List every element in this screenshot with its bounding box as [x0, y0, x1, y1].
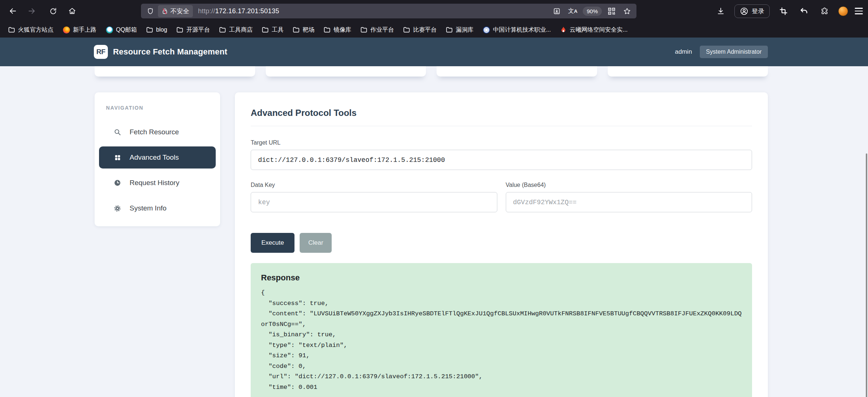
back-icon[interactable]: [6, 4, 20, 18]
account-icon: [740, 7, 748, 15]
execute-button[interactable]: Execute: [251, 233, 294, 253]
response-heading: Response: [261, 273, 742, 283]
search-icon: [114, 128, 121, 136]
bookmark-item[interactable]: 云曦网络空间安全实...: [556, 24, 631, 36]
bookmark-item[interactable]: blog: [142, 25, 171, 35]
forward-icon[interactable]: [25, 4, 39, 18]
stats-cards-row: [0, 66, 868, 77]
partial-card: [608, 66, 768, 77]
url-text[interactable]: http://172.16.17.201:50135: [198, 7, 279, 15]
folder-icon: [293, 27, 300, 33]
app-logo: RF: [94, 45, 108, 59]
data-key-input[interactable]: [251, 192, 497, 212]
username-label: admin: [675, 48, 692, 56]
folder-icon: [324, 27, 331, 33]
bookmark-star-icon[interactable]: [621, 5, 633, 17]
shield-icon[interactable]: [145, 6, 156, 17]
value-base64-label: Value (Base64): [506, 182, 752, 188]
navigation-heading: NAVIGATION: [106, 105, 216, 111]
bookmark-item[interactable]: 工具: [258, 24, 287, 36]
value-base64-input[interactable]: [506, 192, 752, 212]
divider: [251, 126, 752, 126]
refresh-icon[interactable]: [46, 4, 60, 18]
browser-toolbar: 不安全 http://172.16.17.201:50135 文A 90% 登录: [0, 0, 868, 22]
flame-icon: [560, 26, 567, 33]
bookmark-item[interactable]: 作业平台: [357, 24, 398, 36]
bookmark-item[interactable]: QQ邮箱: [102, 24, 141, 36]
bookmark-item[interactable]: 漏洞库: [442, 24, 477, 36]
bookmark-item[interactable]: 靶场: [289, 24, 318, 36]
navigation-sidebar: NAVIGATION Fetch Resource Advanced Tools…: [95, 92, 220, 226]
page-title: Advanced Protocol Tools: [251, 108, 752, 118]
bookmarks-bar: 火狐官方站点 新手上路 QQ邮箱 blog 开源平台 工具商店 工具 靶场 镜像…: [0, 22, 868, 38]
folder-icon: [219, 27, 226, 33]
insecure-lock-icon: [162, 8, 168, 15]
sidebar-item-request-history[interactable]: Request History: [99, 172, 216, 194]
sidebar-item-label: System Info: [130, 204, 166, 212]
bookmark-item[interactable]: 新手上路: [59, 24, 100, 36]
folder-icon: [361, 27, 367, 33]
qr-code-icon[interactable]: [606, 5, 617, 17]
target-url-label: Target URL: [251, 139, 752, 146]
firefox-icon: [63, 26, 70, 33]
browser-profile-avatar[interactable]: [838, 6, 848, 16]
bookmark-item[interactable]: 比赛平台: [399, 24, 441, 36]
bookmark-item[interactable]: 开源平台: [173, 24, 214, 36]
role-badge[interactable]: System Administrator: [700, 46, 768, 58]
save-page-icon[interactable]: [551, 5, 563, 17]
qq-mail-icon: [106, 26, 113, 33]
folder-icon: [177, 27, 183, 33]
org-logo-icon: [483, 26, 490, 33]
undo-history-icon[interactable]: [797, 4, 811, 18]
scrollbar-thumb[interactable]: [866, 153, 867, 397]
downloads-icon[interactable]: [714, 4, 728, 18]
address-bar[interactable]: 不安全 http://172.16.17.201:50135 文A 90%: [141, 4, 636, 18]
sidebar-item-label: Fetch Resource: [130, 128, 179, 136]
menu-icon[interactable]: [855, 8, 863, 14]
app-header: RF Resource Fetch Management admin Syste…: [0, 38, 868, 66]
sidebar-item-advanced-tools[interactable]: Advanced Tools: [99, 146, 216, 169]
folder-icon: [262, 27, 269, 33]
folder-icon: [8, 27, 15, 33]
home-icon[interactable]: [65, 4, 79, 18]
account-login-button[interactable]: 登录: [734, 4, 770, 18]
partial-card: [437, 66, 597, 77]
translate-icon[interactable]: 文A: [567, 5, 579, 17]
bookmark-item[interactable]: 火狐官方站点: [4, 24, 57, 36]
folder-icon: [403, 27, 410, 33]
screenshot-icon[interactable]: [776, 4, 790, 18]
bookmark-item[interactable]: 中国计算机技术职业...: [479, 24, 555, 36]
partial-card: [266, 66, 426, 77]
sidebar-item-label: Advanced Tools: [130, 153, 179, 162]
sidebar-item-system-info[interactable]: System Info: [99, 197, 216, 219]
data-key-label: Data Key: [251, 182, 497, 188]
folder-icon: [147, 27, 153, 33]
security-label: 不安全: [170, 7, 189, 15]
gear-icon: [114, 205, 121, 212]
zoom-level-badge[interactable]: 90%: [583, 7, 602, 16]
sidebar-item-label: Request History: [130, 179, 179, 187]
folder-icon: [446, 27, 453, 33]
clock-icon: [114, 179, 121, 187]
bookmark-item[interactable]: 工具商店: [215, 24, 257, 36]
page-content: NAVIGATION Fetch Resource Advanced Tools…: [0, 66, 868, 397]
login-label: 登录: [752, 7, 764, 15]
site-security-chip[interactable]: 不安全: [158, 5, 193, 17]
partial-card: [95, 66, 255, 77]
grid-icon: [114, 154, 121, 161]
response-panel: Response { "success": true, "content": "…: [251, 263, 752, 397]
advanced-tools-panel: Advanced Protocol Tools Target URL Data …: [235, 92, 768, 397]
sidebar-item-fetch-resource[interactable]: Fetch Resource: [99, 121, 216, 143]
response-json: { "success": true, "content": "LUVSUiBTe…: [261, 288, 742, 393]
extensions-puzzle-icon[interactable]: [818, 4, 832, 18]
clear-button[interactable]: Clear: [300, 233, 332, 253]
bookmark-item[interactable]: 镜像库: [320, 24, 355, 36]
app-title: Resource Fetch Management: [113, 47, 227, 57]
target-url-input[interactable]: [251, 150, 752, 170]
